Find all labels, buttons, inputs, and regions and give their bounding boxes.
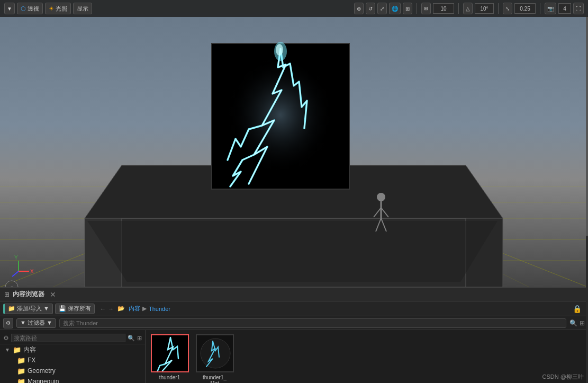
asset-thunder1-mat[interactable]: thunder1_Mat — [195, 334, 234, 383]
cb-toolbar: 📁 添加/导入 ▼ 💾 保存所有 ← → 📂 内容 ▶ Thunder 🔒 — [0, 301, 588, 316]
move-tool-btn[interactable]: ⊕ — [354, 3, 364, 14]
cb-header-title: 内容浏览器 — [13, 290, 44, 299]
add-import-btn[interactable]: 📁 添加/导入 ▼ — [3, 304, 53, 314]
root-expander: ▼ — [4, 347, 11, 353]
settings-icon-sidebar[interactable]: ⚙ — [3, 334, 9, 342]
svg-text:⊙: ⊙ — [10, 286, 14, 287]
add-icon: 📁 — [8, 305, 15, 312]
sep3 — [498, 3, 499, 14]
toolbar-right: ⊕ ↺ ⤢ 🌐 ⊞ ⊞ △ ⤡ 📷 ⛶ — [354, 3, 584, 14]
svg-point-23 — [377, 193, 385, 201]
grid-snap-btn[interactable]: ⊞ — [421, 3, 431, 14]
tree-item-mannequin[interactable]: 📁 Mannequin — [0, 376, 145, 383]
folder-icon: 📂 — [117, 305, 125, 312]
watermark-text: CSDN @柳三叶 — [542, 373, 584, 380]
tree-item-geometry[interactable]: 📁 Geometry — [0, 366, 145, 376]
cb-lock-btn[interactable]: 🔒 — [573, 305, 582, 313]
lighting-label: 光照 — [56, 5, 67, 13]
asset-mat-preview-svg — [197, 335, 233, 372]
scale-val-input[interactable] — [514, 3, 536, 14]
search-input[interactable] — [59, 318, 566, 328]
fx-folder-icon: 📁 — [17, 357, 25, 364]
tree-item-fx[interactable]: 📁 FX — [0, 355, 145, 366]
geometry-folder-icon: 📁 — [17, 367, 25, 375]
sep4 — [540, 3, 540, 14]
world-btn[interactable]: 🌐 — [389, 3, 401, 14]
rotate-tool-btn[interactable]: ↺ — [366, 3, 375, 14]
tree-item-mannequin-label: Mannequin — [28, 378, 141, 383]
svg-text:Y: Y — [14, 255, 18, 261]
svg-point-38 — [201, 339, 230, 368]
cb-search-bar: ⚙ ▼ 过滤器 ▼ 🔍 ⊞ — [0, 316, 588, 330]
grid-size-input[interactable] — [433, 3, 454, 14]
svg-marker-18 — [87, 221, 497, 282]
mannequin-folder-icon: 📁 — [17, 378, 25, 384]
asset-thumb-thunder1-mat — [196, 334, 234, 372]
save-all-label: 保存所有 — [68, 305, 91, 313]
content-browser-icon: ⊞ — [4, 291, 10, 298]
path-grid-icon[interactable]: ⊞ — [137, 335, 142, 342]
cb-assets: thunder1 thunder1_Mat — [146, 330, 588, 383]
asset-thunder1[interactable]: thunder1 — [150, 334, 189, 380]
path-search-icon[interactable]: 🔍 — [128, 335, 135, 342]
save-icon: 💾 — [59, 305, 66, 312]
lighting-btn[interactable]: ☀ 光照 — [45, 3, 71, 14]
svg-text:X: X — [30, 269, 34, 274]
snap-btn[interactable]: ⊞ — [403, 3, 412, 14]
tree-item-fx-label: FX — [28, 357, 141, 364]
asset-preview-svg — [152, 335, 188, 372]
scene-svg: X Y ⊙ — [0, 17, 588, 287]
sep1 — [417, 3, 417, 14]
add-import-label: 添加/导入 ▼ — [17, 305, 49, 313]
search-icon[interactable]: 🔍 — [569, 319, 577, 327]
cb-settings-btn[interactable]: ⚙ — [3, 318, 13, 328]
path-root[interactable]: 内容 — [129, 305, 140, 313]
filter-btn[interactable]: ▼ 过滤器 ▼ — [16, 318, 56, 328]
root-folder-icon: 📁 — [13, 346, 21, 354]
viewport[interactable]: ▼ ⬡ 透视 ☀ 光照 显示 ⊕ ↺ ⤢ 🌐 ⊞ ⊞ △ ⤡ — [0, 0, 588, 287]
cb-content: ⚙ 🔍 ⊞ ▼ 📁 内容 📁 FX 📁 Geometry — [0, 330, 588, 383]
search-icons: 🔍 ⊞ — [569, 319, 585, 327]
top-toolbar: ▼ ⬡ 透视 ☀ 光照 显示 ⊕ ↺ ⤢ 🌐 ⊞ ⊞ △ ⤡ — [0, 0, 588, 17]
asset-thunder1-mat-label: thunder1_Mat — [203, 375, 227, 383]
display-label: 显示 — [77, 5, 88, 13]
filter-label: ▼ 过滤器 ▼ — [20, 319, 52, 327]
asset-thunder1-label: thunder1 — [159, 375, 180, 380]
display-btn[interactable]: 显示 — [73, 3, 92, 14]
nav-forward-btn[interactable]: → — [108, 306, 114, 312]
perspective-label: 透视 — [28, 5, 39, 13]
watermark: CSDN @柳三叶 — [542, 373, 584, 381]
rotation-val-input[interactable] — [475, 3, 494, 14]
scale-snap-btn[interactable]: ⤡ — [503, 3, 512, 14]
tree-item-geometry-label: Geometry — [28, 367, 141, 375]
perspective-btn[interactable]: ⬡ 透视 — [17, 3, 43, 14]
cb-header: ⊞ 内容浏览器 ✕ — [0, 288, 588, 301]
nav-back-btn[interactable]: ← — [100, 306, 106, 312]
sep2 — [458, 3, 459, 14]
path-arrow: ▶ — [142, 305, 147, 312]
cb-sidebar: ⚙ 🔍 ⊞ ▼ 📁 内容 📁 FX 📁 Geometry — [0, 330, 146, 383]
rotation-snap-btn[interactable]: △ — [463, 3, 473, 14]
save-all-btn[interactable]: 💾 保存所有 — [55, 304, 95, 314]
maximize-btn[interactable]: ⛶ — [573, 3, 584, 14]
svg-point-22 — [276, 44, 283, 56]
path-search-input[interactable] — [11, 334, 125, 342]
asset-thumb-thunder1 — [151, 334, 189, 372]
content-browser: ⊞ 内容浏览器 ✕ 📁 添加/导入 ▼ 💾 保存所有 ← → 📂 内容 ▶ Th… — [0, 287, 588, 383]
scale-tool-btn[interactable]: ⤢ — [377, 3, 387, 14]
dropdown-icon[interactable]: ▼ — [4, 3, 15, 14]
camera-speed-btn[interactable]: 📷 — [545, 3, 556, 14]
tree-root-item[interactable]: ▼ 📁 内容 — [0, 344, 145, 355]
settings-icon[interactable]: ⊞ — [580, 319, 585, 327]
cb-close-btn[interactable]: ✕ — [50, 291, 56, 298]
cb-path-bar: ← → 📂 内容 ▶ Thunder 🔒 — [97, 305, 585, 313]
path-current[interactable]: Thunder — [149, 306, 170, 312]
perspective-icon: ⬡ — [21, 5, 26, 12]
lighting-icon: ☀ — [49, 5, 54, 12]
camera-speed-input[interactable] — [558, 3, 571, 14]
tree-root-label: 内容 — [23, 345, 141, 354]
